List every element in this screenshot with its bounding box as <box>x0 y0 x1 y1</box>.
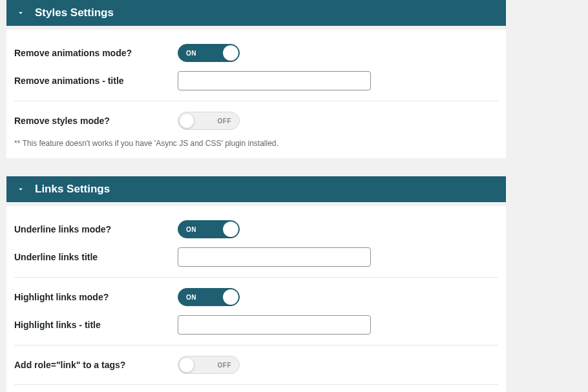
remove-animations-mode-label: Remove animations mode? <box>14 48 178 58</box>
underline-links-title-label: Underline links title <box>14 252 178 262</box>
highlight-links-mode-toggle[interactable]: ON <box>178 288 240 306</box>
section-title: Links Settings <box>35 183 110 196</box>
highlight-links-title-input[interactable] <box>178 315 371 335</box>
links-settings-header[interactable]: Links Settings <box>6 176 506 202</box>
styles-settings-section: Styles Settings Remove animations mode? … <box>0 0 588 158</box>
remove-animations-mode-row: Remove animations mode? ON <box>14 44 498 62</box>
remove-animations-mode-toggle[interactable]: ON <box>178 44 240 62</box>
highlight-links-mode-row: Highlight links mode? ON <box>14 288 498 306</box>
toggle-knob <box>179 357 194 373</box>
add-role-link-row: Add role="link" to a tags? OFF <box>14 356 498 374</box>
toggle-on-text: ON <box>186 226 196 233</box>
section-title: Styles Settings <box>35 6 114 19</box>
styles-settings-body: Remove animations mode? ON Remove animat… <box>6 30 506 158</box>
remove-styles-note: ** This feature doesn't works if you hav… <box>14 139 498 148</box>
underline-links-mode-toggle[interactable]: ON <box>178 220 240 238</box>
remove-styles-mode-row: Remove styles mode? OFF <box>14 112 498 130</box>
toggle-on-text: ON <box>186 50 196 57</box>
chevron-down-icon <box>16 8 26 18</box>
highlight-links-mode-label: Highlight links mode? <box>14 292 178 302</box>
remove-animations-title-row: Remove animations - title <box>14 71 498 90</box>
toggle-knob <box>223 289 238 305</box>
remove-animations-title-input[interactable] <box>178 71 371 90</box>
add-role-link-group: Add role="link" to a tags? OFF <box>14 356 498 385</box>
underline-links-title-input[interactable] <box>178 247 371 267</box>
underline-links-group: Underline links mode? ON Underline links… <box>14 220 498 278</box>
toggle-off-text: OFF <box>218 118 232 125</box>
underline-links-mode-row: Underline links mode? ON <box>14 220 498 238</box>
add-role-link-toggle[interactable]: OFF <box>178 356 240 374</box>
remove-styles-mode-label: Remove styles mode? <box>14 116 178 126</box>
underline-links-mode-label: Underline links mode? <box>14 224 178 234</box>
toggle-off-text: OFF <box>218 362 232 369</box>
toggle-knob <box>223 222 238 237</box>
links-settings-section: Links Settings Underline links mode? ON … <box>0 176 588 392</box>
toggle-knob <box>223 45 238 61</box>
remove-animations-group: Remove animations mode? ON Remove animat… <box>14 44 498 101</box>
remove-animations-title-label: Remove animations - title <box>14 76 178 86</box>
underline-links-title-row: Underline links title <box>14 247 498 267</box>
highlight-links-group: Highlight links mode? ON Highlight links… <box>14 288 498 346</box>
remove-styles-mode-toggle[interactable]: OFF <box>178 112 240 130</box>
toggle-knob <box>179 113 194 129</box>
add-role-link-label: Add role="link" to a tags? <box>14 360 178 370</box>
highlight-links-title-row: Highlight links - title <box>14 315 498 335</box>
highlight-links-title-label: Highlight links - title <box>14 320 178 330</box>
styles-settings-header[interactable]: Styles Settings <box>6 0 506 26</box>
toggle-on-text: ON <box>186 294 196 301</box>
links-settings-body: Underline links mode? ON Underline links… <box>6 206 506 392</box>
remove-styles-group: Remove styles mode? OFF ** This feature … <box>14 112 498 148</box>
chevron-down-icon <box>16 184 26 194</box>
